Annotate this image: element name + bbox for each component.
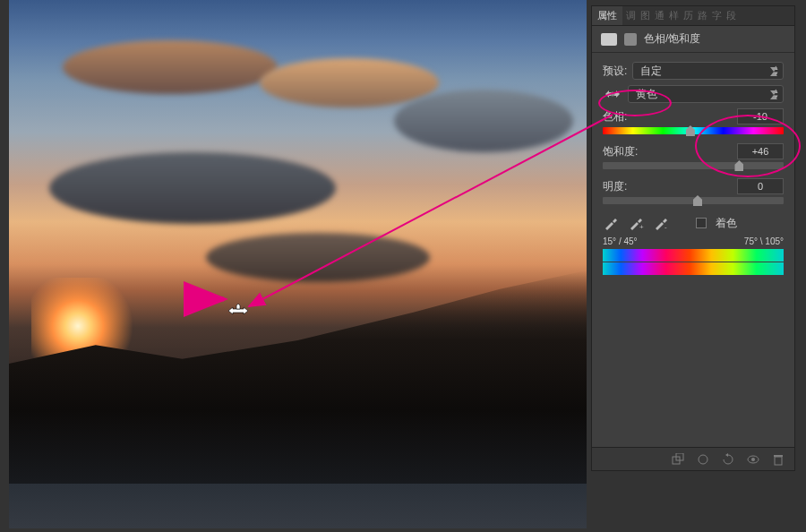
panel-footer <box>592 447 794 470</box>
cloud-shape <box>63 40 278 94</box>
lightness-thumb[interactable] <box>693 195 702 206</box>
tab-others[interactable]: 调 图 通 样 历 路 字 段 <box>622 6 741 25</box>
svg-point-0 <box>611 92 615 97</box>
trash-icon[interactable] <box>771 453 785 466</box>
cloud-shape <box>49 152 336 224</box>
colorize-checkbox[interactable] <box>696 218 707 228</box>
cloud-shape <box>206 233 430 282</box>
hue-thumb[interactable] <box>686 125 695 136</box>
svg-point-7 <box>751 458 755 461</box>
eyedropper-icon[interactable] <box>603 215 619 231</box>
preset-dropdown[interactable]: 自定 ▴▾ <box>632 62 784 80</box>
saturation-value-input[interactable]: +46 <box>737 143 784 159</box>
cloud-shape <box>394 90 573 152</box>
cloud-shape <box>260 58 439 107</box>
hue-slider[interactable] <box>603 127 784 134</box>
water <box>9 484 587 528</box>
preset-label: 预设: <box>603 64 627 79</box>
adjustment-header: 色相/饱和度 <box>592 26 794 53</box>
clip-to-layer-icon[interactable] <box>671 453 685 466</box>
preset-value: 自定 <box>640 64 662 79</box>
svg-text:+: + <box>639 223 644 231</box>
lightness-slider[interactable] <box>603 197 784 204</box>
saturation-label: 饱和度: <box>603 144 638 159</box>
spectrum-bar-top[interactable] <box>603 249 784 262</box>
lightness-label: 明度: <box>603 179 627 194</box>
eyedropper-add-icon[interactable]: + <box>628 215 644 231</box>
range-right-label: 75° \ 105° <box>744 236 784 246</box>
range-left-label: 15° / 45° <box>603 236 638 246</box>
svg-text:-: - <box>665 223 667 231</box>
spectrum-bar-bottom[interactable] <box>603 262 784 275</box>
properties-panel: 属性 调 图 通 样 历 路 字 段 色相/饱和度 预设: 自定 ▴▾ 黄色 ▴… <box>591 5 795 471</box>
mask-icon[interactable] <box>624 33 637 46</box>
hue-sat-icon <box>601 33 617 46</box>
hue-label: 色相: <box>603 109 627 124</box>
image-canvas[interactable] <box>9 0 587 528</box>
svg-point-5 <box>699 455 707 464</box>
reset-icon[interactable] <box>721 453 735 466</box>
tab-properties[interactable]: 属性 <box>592 6 622 25</box>
channel-value: 黄色 <box>636 87 657 102</box>
colorize-label: 着色 <box>716 216 737 231</box>
sun-glow <box>31 278 148 358</box>
svg-rect-8 <box>775 457 782 465</box>
visibility-icon[interactable] <box>746 453 760 466</box>
saturation-thumb[interactable] <box>734 160 743 171</box>
lightness-value-input[interactable]: 0 <box>737 178 784 194</box>
panel-title: 色相/饱和度 <box>644 31 700 47</box>
hue-value-input[interactable]: -10 <box>737 108 784 124</box>
eyedropper-subtract-icon[interactable]: - <box>653 215 669 231</box>
view-previous-icon[interactable] <box>696 453 710 466</box>
panel-tabs: 属性 调 图 通 样 历 路 字 段 <box>592 6 794 26</box>
scrubby-cursor-icon <box>228 303 248 322</box>
channel-dropdown[interactable]: 黄色 ▴▾ <box>628 85 784 103</box>
targeted-adjustment-tool[interactable] <box>603 87 622 101</box>
saturation-slider[interactable] <box>603 162 784 169</box>
svg-rect-9 <box>774 455 783 457</box>
